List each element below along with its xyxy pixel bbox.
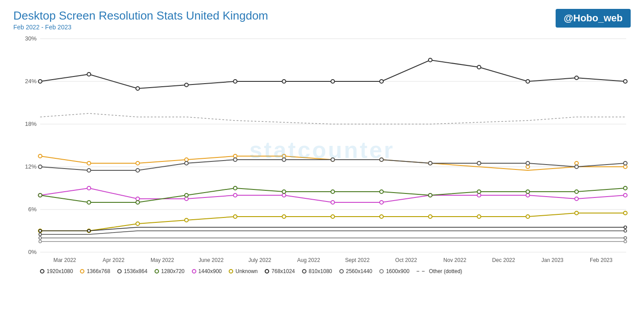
legend-item-unknown: Unknown [229,268,258,274]
svg-point-61 [575,165,578,169]
svg-point-70 [380,201,383,204]
svg-point-72 [477,193,481,197]
chart-area: statcounter 30% 24% 18% 12% 6% 0% [13,34,631,266]
svg-point-68 [282,193,286,197]
legend-dot-810x1080 [302,269,306,274]
svg-point-98 [477,215,481,218]
line-810x1080 [40,231,625,234]
svg-point-56 [331,158,334,161]
svg-point-100 [575,211,578,215]
svg-point-55 [282,158,286,161]
legend-item-810x1080: 810x1080 [302,268,332,274]
legend-dot-1366x768 [80,269,84,274]
svg-point-87 [575,190,578,193]
legend-item-768x1024: 768x1024 [265,268,295,274]
svg-text:July 2022: July 2022 [248,257,271,263]
line-768x1024 [40,227,625,231]
svg-point-62 [624,161,627,165]
legend-label-1366x768: 1366x768 [87,268,110,274]
svg-text:6%: 6% [28,206,36,213]
svg-point-107 [39,237,41,239]
svg-point-28 [234,80,237,83]
svg-point-102 [39,229,41,232]
svg-point-40 [185,158,188,161]
svg-text:Jan 2023: Jan 2023 [541,257,564,263]
svg-point-77 [87,201,91,204]
legend-item-1280x720: 1280x720 [155,268,185,274]
svg-point-59 [477,161,481,165]
svg-point-35 [575,76,578,80]
title-block: Desktop Screen Resolution Stats United K… [13,9,268,31]
svg-point-36 [624,80,627,83]
svg-point-66 [185,197,188,201]
legend-dot-1920x1080 [40,269,44,274]
svg-point-86 [526,190,529,193]
legend-item-1600x900: 1600x900 [379,268,409,274]
svg-text:Dec 2022: Dec 2022 [492,257,515,263]
legend-item-other: Other (dotted) [417,268,462,274]
main-title: Desktop Screen Resolution Stats United K… [13,9,268,23]
svg-text:Aug 2022: Aug 2022 [297,257,320,263]
legend-label-768x1024: 768x1024 [271,268,295,274]
svg-point-81 [282,190,286,193]
svg-text:Sept 2022: Sept 2022 [345,257,370,263]
legend-dot-1280x720 [155,269,159,274]
svg-text:Mar 2022: Mar 2022 [53,257,76,263]
svg-point-41 [234,154,237,158]
svg-point-97 [429,215,432,218]
legend-dot-2560x1440 [339,269,344,274]
svg-point-65 [136,197,139,201]
svg-text:18%: 18% [25,121,37,127]
svg-point-48 [575,161,578,165]
svg-point-27 [185,83,188,87]
svg-point-32 [429,58,432,62]
svg-point-82 [331,190,334,193]
legend-dot-unknown [229,269,233,274]
svg-point-83 [380,190,383,193]
page-container: Desktop Screen Resolution Stats United K… [0,0,644,326]
svg-text:24%: 24% [25,78,37,85]
legend-label-1920x1080: 1920x1080 [47,268,73,274]
svg-text:Feb 2023: Feb 2023 [590,257,612,263]
svg-point-51 [87,169,91,172]
svg-text:June 2022: June 2022 [199,257,224,263]
svg-point-109 [39,240,41,243]
legend-dot-768x1024 [265,269,269,274]
svg-point-34 [526,80,529,83]
legend-label-2560x1440: 2560x1440 [346,268,372,274]
svg-point-30 [331,80,334,83]
svg-text:Apr 2022: Apr 2022 [103,257,124,263]
svg-point-67 [234,193,237,197]
svg-point-91 [136,222,139,225]
svg-point-93 [234,215,237,218]
svg-point-80 [234,186,237,190]
svg-point-85 [477,190,481,193]
svg-point-73 [526,193,529,197]
svg-point-76 [38,193,42,197]
svg-point-50 [38,165,42,169]
svg-point-75 [624,193,627,197]
line-other-dotted [40,113,625,124]
svg-point-95 [331,215,334,218]
svg-point-96 [380,215,383,218]
svg-point-54 [234,158,237,161]
legend-label-unknown: Unknown [235,268,258,274]
svg-point-106 [624,229,627,232]
svg-text:12%: 12% [25,163,37,170]
legend-dot-1536x864 [117,269,122,274]
svg-text:Oct 2022: Oct 2022 [395,257,417,263]
svg-point-79 [185,193,188,197]
legend-item-2560x1440: 2560x1440 [339,268,372,274]
svg-text:30%: 30% [25,35,37,42]
legend-label-other: Other (dotted) [429,268,462,274]
legend: 1920x1080 1366x768 1536x864 1280x720 144… [13,268,631,274]
svg-point-69 [331,201,334,204]
svg-point-84 [429,193,432,197]
subtitle: Feb 2022 - Feb 2023 [13,24,268,31]
svg-point-99 [526,215,529,218]
svg-point-103 [87,229,90,232]
svg-point-92 [185,218,188,222]
legend-item-1366x768: 1366x768 [80,268,110,274]
legend-line-other [417,271,425,272]
svg-point-104 [624,226,627,229]
